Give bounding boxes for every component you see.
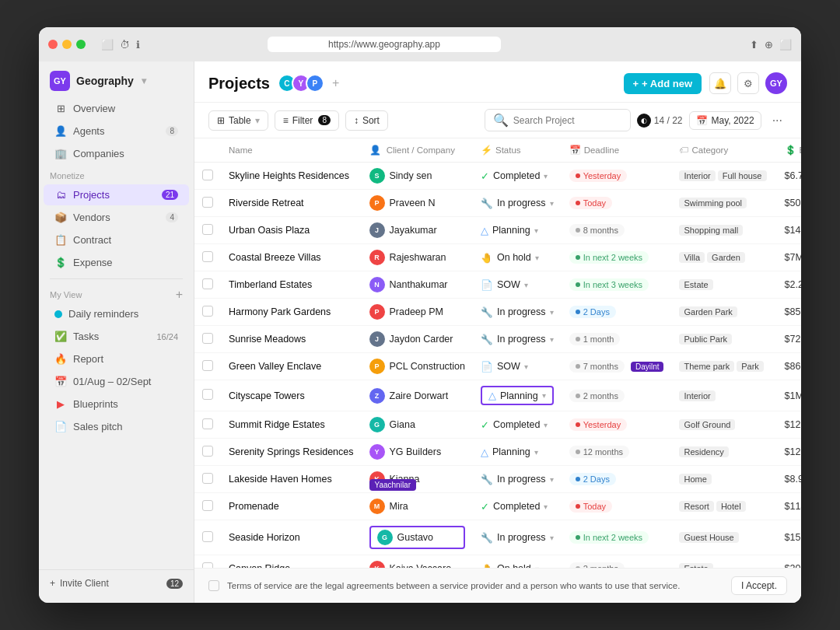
sidebar-item-agents[interactable]: 👤 Agents 8 xyxy=(44,121,189,142)
sidebar-item-tasks[interactable]: ✅ Tasks 16/24 xyxy=(44,326,189,347)
status-icon: 📄 xyxy=(481,361,493,373)
deadline-dot xyxy=(576,535,580,540)
status-dropdown-icon: ▾ xyxy=(524,362,528,371)
terms-checkbox[interactable] xyxy=(208,580,219,591)
status-dropdown-icon: ▾ xyxy=(550,335,554,344)
deadline-dot xyxy=(576,394,580,398)
row-checkbox-4[interactable] xyxy=(202,278,213,289)
add-view-button[interactable]: + xyxy=(176,289,183,301)
table-row: Timberland Estates N Nanthakumar 📄 SOW ▾… xyxy=(194,271,801,299)
sidebar-item-date-range[interactable]: 📅 01/Aug – 02/Sept xyxy=(44,371,189,392)
my-view-section: My View + xyxy=(39,284,194,303)
minimize-button[interactable] xyxy=(62,40,72,49)
deadline-pill: In next 2 weeks xyxy=(569,251,649,264)
client-tooltip: Yaachnilar xyxy=(369,479,417,491)
sidebar-toggle-icon[interactable]: ⬜ xyxy=(101,39,114,51)
budget-cell: $50K xyxy=(777,190,802,217)
sidebar-item-vendors[interactable]: 📦 Vendors 4 xyxy=(44,207,189,228)
titlebar-nav-icons: ⬜ ⏱ ℹ xyxy=(101,39,140,51)
project-name-cell: Serenity Springs Residences xyxy=(221,439,362,466)
category-tag: Estate xyxy=(679,279,712,290)
status-text: Completed xyxy=(493,501,540,512)
bookmark-icon[interactable]: ⊕ xyxy=(765,39,773,51)
client-avatar: M xyxy=(369,499,385,514)
search-box[interactable]: 🔍 xyxy=(485,109,631,131)
invite-client-button[interactable]: + Invite Client 12 xyxy=(39,569,194,597)
search-input[interactable] xyxy=(513,115,622,126)
status-icon: △ xyxy=(481,225,488,236)
row-checkbox-13[interactable] xyxy=(202,531,213,542)
row-checkbox-8[interactable] xyxy=(202,389,213,400)
deadline-pill: In next 2 weeks xyxy=(569,531,649,544)
close-button[interactable] xyxy=(48,40,58,49)
row-checkbox-11[interactable] xyxy=(202,473,213,484)
row-checkbox-9[interactable] xyxy=(202,418,213,429)
budget-cell: $6.7M xyxy=(777,163,802,190)
status-dropdown-icon: ▾ xyxy=(550,475,554,484)
maximize-button[interactable] xyxy=(76,40,86,49)
my-view-label: My View xyxy=(50,290,82,299)
client-avatar: Y xyxy=(369,444,385,460)
sidebar-item-expense[interactable]: 💲 Expense xyxy=(44,252,189,273)
sidebar-item-report[interactable]: 🔥 Report xyxy=(44,348,189,369)
row-checkbox-1[interactable] xyxy=(202,197,213,208)
notification-button[interactable]: 🔔 xyxy=(709,72,731,94)
tabs-icon[interactable]: ⬜ xyxy=(779,39,792,51)
history-icon[interactable]: ℹ xyxy=(136,39,140,51)
row-checkbox-7[interactable] xyxy=(202,360,213,371)
client-cell: N Nanthakumar xyxy=(362,271,474,299)
sidebar-item-companies[interactable]: 🏢 Companies xyxy=(44,143,189,164)
settings-button[interactable]: ⚙ xyxy=(737,72,759,94)
accept-button[interactable]: I Accept. xyxy=(731,576,787,595)
row-checkbox-3[interactable] xyxy=(202,251,213,262)
row-checkbox-14[interactable] xyxy=(202,562,213,569)
sidebar-item-contract[interactable]: 📋 Contract xyxy=(44,229,189,250)
sidebar-item-sales-pitch[interactable]: 📄 Sales pitch xyxy=(44,416,189,437)
url-bar[interactable]: https://www.geography.app xyxy=(268,37,501,52)
row-checkbox-12[interactable] xyxy=(202,500,213,511)
row-checkbox-10[interactable] xyxy=(202,446,213,457)
category-tag: Public Park xyxy=(679,334,732,345)
deadline-cell: Today xyxy=(562,190,672,217)
client-avatar: P xyxy=(369,359,385,374)
sort-button[interactable]: ↕ Sort xyxy=(345,110,388,131)
category-cell: Golf Ground xyxy=(671,411,776,439)
client-avatar: P xyxy=(369,195,385,211)
deadline-pill: 2 months xyxy=(569,562,625,568)
status-inner: 🤚 On hold ▾ xyxy=(481,252,554,264)
deadline-inner: 2 Days xyxy=(569,306,664,318)
client-avatar: G xyxy=(369,417,385,432)
category-tag: Home xyxy=(679,474,711,485)
status-cell: 🔧 In progress ▾ xyxy=(473,466,562,493)
row-checkbox-5[interactable] xyxy=(202,306,213,317)
row-checkbox-0[interactable] xyxy=(202,170,213,180)
status-inner: 📄 SOW ▾ xyxy=(481,279,554,291)
client-cell-highlighted[interactable]: G Gustavo xyxy=(369,526,466,549)
budget-cell: $2.2M xyxy=(777,271,802,299)
filter-button[interactable]: ≡ Filter 8 xyxy=(275,110,339,131)
sidebar-item-daily-reminders[interactable]: Daily reminders xyxy=(44,303,189,324)
sidebar-item-blueprints[interactable]: ▶ Blueprints xyxy=(44,394,189,415)
budget-cell: $1M xyxy=(777,380,802,411)
deadline-dot xyxy=(576,228,580,233)
share-icon[interactable]: ⬆ xyxy=(750,39,758,51)
status-inner: ✓ Completed ▾ xyxy=(481,419,554,431)
row-checkbox-6[interactable] xyxy=(202,333,213,344)
table-row: Riverside Retreat P Praveen N 🔧 In progr… xyxy=(194,190,801,217)
status-inner: 🔧 In progress ▾ xyxy=(481,198,554,209)
row-checkbox-2[interactable] xyxy=(202,224,213,235)
plus-icon: + xyxy=(50,578,55,589)
sidebar-item-projects[interactable]: 🗂 Projects 21 xyxy=(44,184,189,205)
table-view-button[interactable]: ⊞ Table ▾ xyxy=(208,110,268,131)
sidebar-item-overview[interactable]: ⊞ Overview xyxy=(44,98,189,119)
add-new-button[interactable]: + + Add new xyxy=(624,73,702,94)
category-cell: Public Park xyxy=(671,326,776,353)
add-avatar-button[interactable]: + xyxy=(332,76,339,90)
date-filter[interactable]: 📅 May, 2022 xyxy=(689,111,761,130)
status-icon: △ xyxy=(481,446,488,458)
status-text: Planning xyxy=(500,390,538,401)
more-options-button[interactable]: ··· xyxy=(768,110,787,131)
status-highlighted[interactable]: △ Planning ▾ xyxy=(481,386,554,405)
user-avatar[interactable]: GY xyxy=(765,72,787,94)
back-forward-icon[interactable]: ⏱ xyxy=(120,39,130,51)
